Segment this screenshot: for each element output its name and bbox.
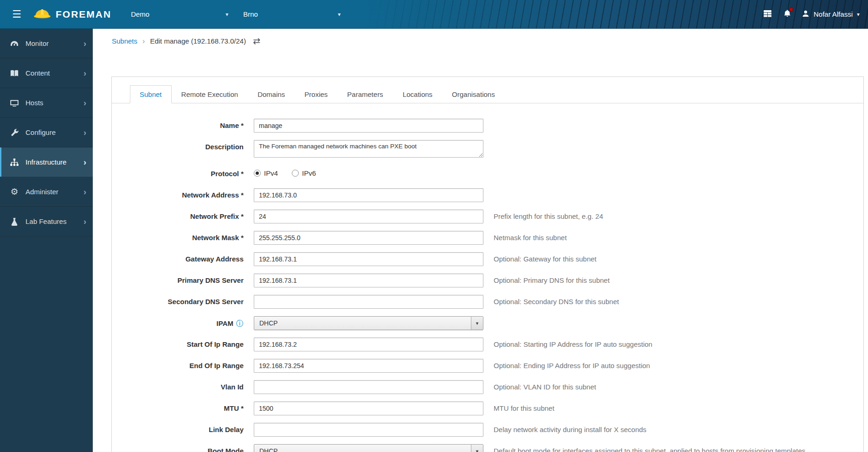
- info-icon[interactable]: ⓘ: [236, 319, 244, 327]
- tab-parameters[interactable]: Parameters: [337, 85, 393, 103]
- tab-locations[interactable]: Locations: [393, 85, 442, 103]
- chevron-right-icon: ›: [84, 128, 86, 137]
- field-label: Network Address *: [112, 188, 244, 199]
- gauge-icon: [8, 39, 20, 48]
- vlan-id-input[interactable]: [254, 380, 483, 394]
- end-ip-range-input[interactable]: [254, 359, 483, 373]
- chevron-right-icon: ›: [84, 158, 86, 166]
- switcher-icon[interactable]: ⇄: [253, 36, 260, 46]
- form-row-end-ip-range: End Of Ip Range Optional: Ending IP Addr…: [112, 359, 863, 373]
- field-label: Gateway Address: [112, 252, 244, 263]
- sidebar-item-monitor[interactable]: Monitor ›: [0, 29, 93, 58]
- field-label: Network Prefix *: [112, 210, 244, 220]
- hamburger-icon: ☰: [12, 8, 21, 20]
- chevron-right-icon: ›: [84, 39, 86, 48]
- field-label: Protocol *: [112, 167, 244, 178]
- tab-subnet[interactable]: Subnet: [130, 85, 172, 103]
- caret-down-icon: ▾: [471, 445, 483, 452]
- sidebar-item-lab-features[interactable]: Lab Features ›: [0, 207, 93, 236]
- user-name: Nofar Alfassi: [814, 10, 853, 18]
- form-row-mtu: MTU * MTU for this subnet: [112, 401, 863, 415]
- caret-down-icon: ▾: [338, 11, 341, 18]
- gateway-address-input[interactable]: [254, 252, 483, 266]
- tab-bar: Subnet Remote Execution Domains Proxies …: [112, 85, 863, 103]
- sidebar-item-label: Lab Features: [26, 217, 84, 225]
- protocol-ipv4-radio[interactable]: IPv4: [254, 169, 278, 177]
- location-label: Brno: [243, 10, 258, 18]
- sidebar-item-configure[interactable]: Configure ›: [0, 118, 93, 147]
- breadcrumb: Subnets › Edit manage (192.168.73.0/24) …: [93, 29, 868, 46]
- caret-down-icon: ▾: [857, 11, 860, 18]
- field-label: Primary DNS Server: [112, 274, 244, 284]
- field-label-text: IPAM: [217, 319, 233, 327]
- field-help: MTU for this subnet: [494, 401, 554, 412]
- primary-dns-input[interactable]: [254, 274, 483, 287]
- breadcrumb-subnets-link[interactable]: Subnets: [112, 37, 137, 45]
- ipam-select[interactable]: DHCP ▾: [254, 316, 483, 330]
- start-ip-range-input[interactable]: [254, 337, 483, 351]
- tab-organisations[interactable]: Organisations: [442, 85, 505, 103]
- user-menu[interactable]: Nofar Alfassi ▾: [797, 0, 868, 29]
- field-help: Prefix length for this subnet, e.g. 24: [494, 210, 603, 220]
- mtu-input[interactable]: [254, 401, 483, 415]
- form-row-primary-dns: Primary DNS Server Optional: Primary DNS…: [112, 274, 863, 287]
- link-delay-input[interactable]: [254, 423, 483, 437]
- field-label: End Of Ip Range: [112, 359, 244, 369]
- location-switcher[interactable]: Brno ▾: [236, 0, 348, 29]
- organization-switcher[interactable]: Demo ▾: [123, 0, 236, 29]
- field-help: Default boot mode for interfaces assigne…: [494, 444, 805, 452]
- notification-badge: [789, 7, 793, 12]
- field-label: Description: [112, 140, 244, 151]
- name-input[interactable]: [254, 119, 483, 133]
- network-prefix-input[interactable]: [254, 210, 483, 223]
- book-icon: [8, 69, 20, 78]
- gear-icon: ⚙: [8, 187, 20, 196]
- field-help: Netmask for this subnet: [494, 231, 567, 242]
- field-label: Link Delay: [112, 423, 244, 433]
- chevron-right-icon: ›: [84, 99, 86, 107]
- subnet-form: Name * Description The Foreman managed n…: [112, 119, 863, 452]
- sidebar-item-label: Monitor: [26, 39, 84, 47]
- sidebar-item-hosts[interactable]: Hosts ›: [0, 88, 93, 118]
- tab-domains[interactable]: Domains: [248, 85, 295, 103]
- network-address-input[interactable]: [254, 188, 483, 202]
- field-help: Optional: Starting IP Address for IP aut…: [494, 337, 652, 348]
- form-row-protocol: Protocol * IPv4 IPv6: [112, 167, 863, 181]
- network-mask-input[interactable]: [254, 231, 483, 245]
- form-row-name: Name *: [112, 119, 863, 133]
- sidebar-item-administer[interactable]: ⚙ Administer ›: [0, 177, 93, 207]
- menu-toggle-button[interactable]: ☰: [0, 0, 33, 29]
- sidebar-item-content[interactable]: Content ›: [0, 58, 93, 88]
- field-label: Name *: [112, 119, 244, 129]
- sidebar-item-label: Infrastructure: [26, 158, 84, 166]
- notifications-button[interactable]: [778, 0, 797, 29]
- form-row-link-delay: Link Delay Delay network activity during…: [112, 423, 863, 437]
- radio-unchecked-icon: [292, 170, 299, 177]
- form-row-secondary-dns: Secondary DNS Server Optional: Secondary…: [112, 295, 863, 309]
- organization-label: Demo: [131, 10, 149, 18]
- foreman-hardhat-icon: [33, 7, 51, 21]
- boot-mode-select[interactable]: DHCP ▾: [254, 444, 483, 452]
- field-help: Delay network activity during install fo…: [494, 423, 646, 433]
- form-row-boot-mode: Boot Mode DHCP ▾ Default boot mode for i…: [112, 444, 863, 452]
- form-row-start-ip-range: Start Of Ip Range Optional: Starting IP …: [112, 337, 863, 351]
- field-label: Secondary DNS Server: [112, 295, 244, 306]
- tab-remote-execution[interactable]: Remote Execution: [172, 85, 248, 103]
- brand-name: FOREMAN: [56, 9, 111, 20]
- secondary-dns-input[interactable]: [254, 295, 483, 309]
- user-icon: [802, 10, 810, 19]
- form-row-network-address: Network Address *: [112, 188, 863, 202]
- radio-label: IPv4: [264, 169, 278, 177]
- tab-proxies[interactable]: Proxies: [295, 85, 337, 103]
- protocol-ipv6-radio[interactable]: IPv6: [292, 169, 316, 177]
- sidebar-item-label: Hosts: [26, 99, 84, 107]
- brand[interactable]: FOREMAN: [33, 7, 111, 21]
- host-statuses-button[interactable]: [758, 0, 778, 29]
- table-grid-icon: [763, 9, 772, 19]
- breadcrumb-current-page: Edit manage (192.168.73.0/24): [150, 37, 246, 45]
- field-label: IPAMⓘ: [112, 316, 244, 329]
- description-textarea[interactable]: The Foreman managed network machines can…: [254, 140, 483, 158]
- sidebar-item-infrastructure[interactable]: Infrastructure ›: [0, 147, 93, 177]
- field-label: Network Mask *: [112, 231, 244, 242]
- field-help: Optional: VLAN ID for this subnet: [494, 380, 596, 391]
